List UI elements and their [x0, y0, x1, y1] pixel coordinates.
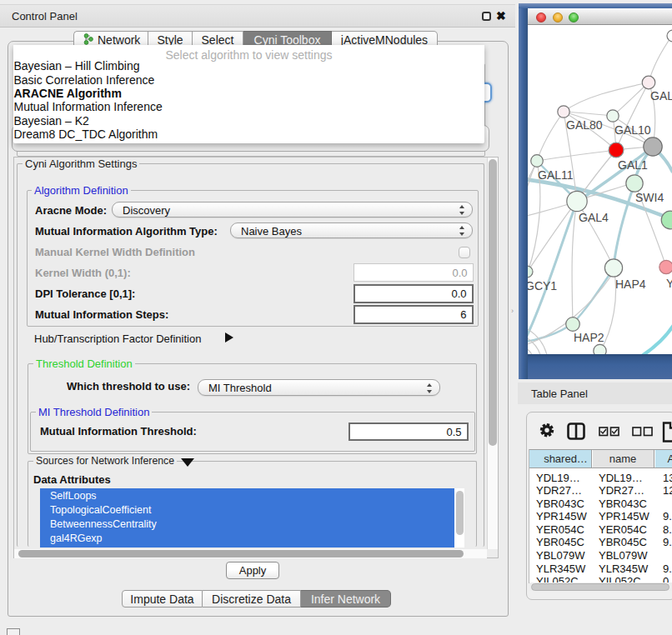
- svg-text:GAL11: GAL11: [538, 168, 574, 182]
- svg-text:GAL10: GAL10: [614, 123, 651, 137]
- svg-text:GAL80: GAL80: [566, 118, 603, 132]
- svg-text:SWI4: SWI4: [635, 191, 664, 204]
- svg-text:GAL1: GAL1: [618, 158, 648, 172]
- svg-text:GCY1: GCY1: [528, 279, 557, 292]
- svg-text:HAP4: HAP4: [615, 278, 646, 291]
- svg-text:Y: Y: [666, 277, 672, 290]
- svg-text:HAP2: HAP2: [574, 331, 604, 344]
- svg-text:GAL4: GAL4: [579, 211, 609, 224]
- svg-text:GAL7: GAL7: [650, 89, 672, 102]
